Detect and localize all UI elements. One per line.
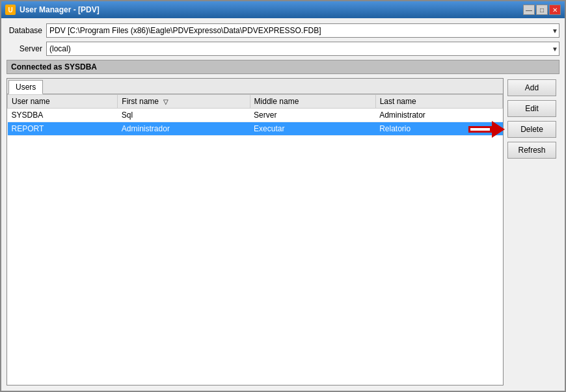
col-username[interactable]: User name xyxy=(8,95,118,109)
users-table: User name First name ▽ Middle name xyxy=(7,94,503,136)
tab-bar: Users xyxy=(7,79,503,94)
minimize-button[interactable]: — xyxy=(523,5,535,15)
svg-marker-2 xyxy=(492,121,505,138)
table-header: User name First name ▽ Middle name xyxy=(8,95,503,109)
table-body: SYSDBA Sql Server Administrator REPORT A… xyxy=(8,109,503,136)
buttons-panel: Add Edit xyxy=(507,78,559,385)
arrow-indicator xyxy=(467,120,505,139)
cell-username: REPORT xyxy=(8,122,118,136)
title-bar-left: U User Manager - [PDV] xyxy=(5,5,100,15)
window-title: User Manager - [PDV] xyxy=(20,5,100,14)
add-button[interactable]: Add xyxy=(507,79,556,96)
edit-button[interactable]: Edit xyxy=(507,100,556,117)
svg-rect-3 xyxy=(470,128,490,131)
connected-bar: Connected as SYSDBA xyxy=(7,60,559,74)
cell-firstname: Administrador xyxy=(118,122,250,136)
database-label: Database xyxy=(7,26,42,35)
table-container: User name First name ▽ Middle name xyxy=(7,94,503,385)
maximize-button[interactable]: □ xyxy=(536,5,548,15)
delete-button[interactable]: Delete xyxy=(507,121,556,138)
database-row: Database PDV [C:\Program Files (x86)\Eag… xyxy=(7,23,559,38)
table-panel: Users User name First name xyxy=(7,78,504,385)
col-middlename[interactable]: Middle name xyxy=(250,95,375,109)
main-area: Users User name First name xyxy=(7,78,559,385)
cell-username: SYSDBA xyxy=(8,109,118,122)
main-window: U User Manager - [PDV] — □ ✕ Database PD… xyxy=(0,0,566,392)
window-content: Database PDV [C:\Program Files (x86)\Eag… xyxy=(1,18,565,391)
cell-middlename: Executar xyxy=(250,122,375,136)
tab-users[interactable]: Users xyxy=(8,80,43,94)
table-row[interactable]: REPORT Administrador Executar Relatorio xyxy=(8,122,503,136)
cell-middlename: Server xyxy=(250,109,375,122)
server-row: Server (local) ▼ xyxy=(7,42,559,56)
refresh-button[interactable]: Refresh xyxy=(507,142,556,159)
close-button[interactable]: ✕ xyxy=(549,5,561,15)
server-label: Server xyxy=(7,44,42,53)
title-buttons: — □ ✕ xyxy=(523,5,561,15)
server-dropdown-wrapper: (local) ▼ xyxy=(46,42,559,56)
title-bar: U User Manager - [PDV] — □ ✕ xyxy=(1,1,565,18)
col-firstname[interactable]: First name ▽ xyxy=(118,95,250,109)
table-row[interactable]: SYSDBA Sql Server Administrator xyxy=(8,109,503,122)
col-lastname[interactable]: Last name xyxy=(375,95,502,109)
database-dropdown-wrapper: PDV [C:\Program Files (x86)\Eagle\PDVExp… xyxy=(46,23,559,38)
delete-wrapper: Delete xyxy=(507,121,559,138)
database-select[interactable]: PDV [C:\Program Files (x86)\Eagle\PDVExp… xyxy=(46,23,559,38)
cell-firstname: Sql xyxy=(118,109,250,122)
app-icon: U xyxy=(5,5,16,15)
server-select[interactable]: (local) xyxy=(46,42,559,56)
